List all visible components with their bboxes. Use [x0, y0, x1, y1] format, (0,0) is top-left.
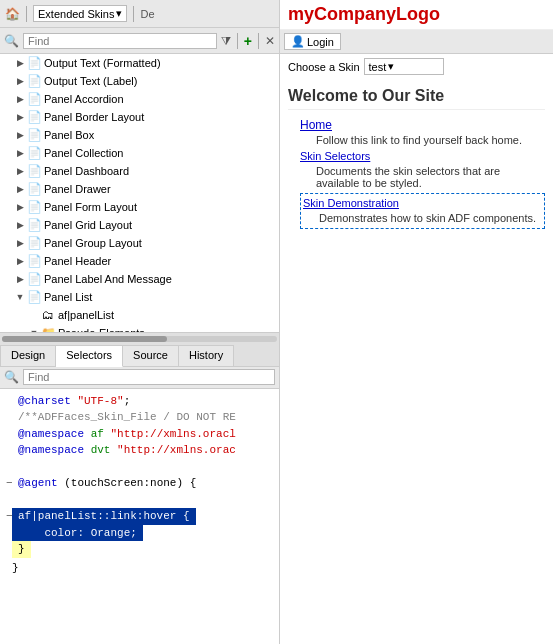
right-toolbar: 👤 Login	[280, 30, 553, 54]
nav-item-skin-selectors: Skin Selectors Documents the skin select…	[300, 149, 545, 189]
tree-item-panel-header[interactable]: ▶ 📄 Panel Header	[0, 252, 279, 270]
tree-item-output-text-formatted[interactable]: ▶ 📄 Output Text (Formatted)	[0, 54, 279, 72]
de-label: De	[140, 8, 154, 20]
code-search-bar: 🔍	[0, 367, 279, 389]
page-icon: 📄	[26, 73, 42, 89]
skin-label: Choose a Skin	[288, 61, 360, 73]
tree-item-panel-drawer[interactable]: ▶ 📄 Panel Drawer	[0, 180, 279, 198]
tree-label: Panel Drawer	[44, 183, 111, 195]
tree-label: Panel Dashboard	[44, 165, 129, 177]
tree-label: Panel Label And Message	[44, 273, 172, 285]
home-desc: Follow this link to find yourself back h…	[300, 134, 545, 146]
ns-val2: "http://xmlns.orac	[117, 442, 236, 459]
agent-param: (touchScreen:none) {	[64, 475, 196, 492]
right-panel: myCompanyLogo 👤 Login Choose a Skin test…	[280, 0, 553, 644]
charset-value: "UTF-8"	[77, 393, 123, 410]
final-brace: }	[12, 562, 19, 574]
skin-demo-link[interactable]: Skin Demonstration	[303, 197, 399, 209]
extended-skins-dropdown[interactable]: Extended Skins ▾	[33, 5, 127, 22]
code-line-close-bracket: }	[6, 541, 273, 558]
clear-button[interactable]: ✕	[265, 34, 275, 48]
sep4	[258, 33, 259, 49]
ns-name: af	[91, 426, 104, 443]
toggle-icon: ▶	[14, 147, 26, 159]
tab-design[interactable]: Design	[0, 345, 56, 366]
dropdown-arrow-icon: ▾	[388, 60, 394, 73]
page-icon: 📄	[26, 163, 42, 179]
right-header: myCompanyLogo	[280, 0, 553, 30]
code-line-empty1	[6, 459, 273, 476]
page-icon: 📄	[26, 199, 42, 215]
toggle-icon	[28, 309, 40, 321]
login-button[interactable]: 👤 Login	[284, 33, 341, 50]
tree-item-panel-box[interactable]: ▶ 📄 Panel Box	[0, 126, 279, 144]
tree-label: Output Text (Label)	[44, 75, 137, 87]
toggle-icon: ▶	[14, 111, 26, 123]
find-icon: 🔍	[4, 370, 19, 384]
sep3	[237, 33, 238, 49]
tree-item-panel-border-layout[interactable]: ▶ 📄 Panel Border Layout	[0, 108, 279, 126]
code-line-namespace-dvt: @namespace dvt "http://xmlns.orac	[6, 442, 273, 459]
tree-item-af-panellist[interactable]: 🗂 af|panelList	[0, 306, 279, 324]
tree-item-panel-form-layout[interactable]: ▶ 📄 Panel Form Layout	[0, 198, 279, 216]
tree-item-panel-accordion[interactable]: ▶ 📄 Panel Accordion	[0, 90, 279, 108]
tree-label: Panel Box	[44, 129, 94, 141]
skin-value: test	[369, 61, 387, 73]
separator2	[133, 6, 134, 22]
prop-value: Orange	[91, 527, 131, 539]
toggle-icon: ▶	[14, 183, 26, 195]
code-area: 🔍 @charset "UTF-8"; /**ADFFaces_Skin_Fil…	[0, 367, 279, 645]
toggle-icon: ▼	[14, 291, 26, 303]
tab-history[interactable]: History	[179, 345, 234, 366]
home-link[interactable]: Home	[300, 118, 332, 132]
tab-source[interactable]: Source	[123, 345, 179, 366]
skin-selectors-link[interactable]: Skin Selectors	[300, 150, 370, 162]
toggle-icon: ▶	[14, 273, 26, 285]
component-tree: ▶ 📄 Output Text (Formatted) ▶ 📄 Output T…	[0, 54, 279, 333]
search-bar: 🔍 ⧩ + ✕	[0, 28, 279, 54]
search-input[interactable]	[23, 33, 217, 49]
page-icon: 📄	[26, 235, 42, 251]
user-icon: 👤	[291, 35, 305, 48]
tree-item-output-text-label[interactable]: ▶ 📄 Output Text (Label)	[0, 72, 279, 90]
code-line-charset: @charset "UTF-8";	[6, 393, 273, 410]
home-icon[interactable]: 🏠	[4, 6, 20, 22]
tree-item-panel-grid-layout[interactable]: ▶ 📄 Panel Grid Layout	[0, 216, 279, 234]
code-line-namespace-af: @namespace af "http://xmlns.oracl	[6, 426, 273, 443]
tree-label: Panel List	[44, 291, 92, 303]
tree-label: Panel Group Layout	[44, 237, 142, 249]
tree-item-pseudo-elements[interactable]: ▼ 📁 Pseudo-Elements	[0, 324, 279, 333]
page-icon: 📄	[26, 145, 42, 161]
dashed-border-box: Skin Demonstration Demonstrates how to s…	[300, 193, 545, 229]
skin-dropdown[interactable]: test ▾	[364, 58, 444, 75]
component-icon: 🗂	[40, 307, 56, 323]
scrollbar-thumb[interactable]	[2, 336, 167, 342]
tree-item-panel-list[interactable]: ▼ 📄 Panel List	[0, 288, 279, 306]
horizontal-scrollbar[interactable]	[0, 333, 279, 345]
code-line-final-brace: }	[6, 558, 273, 579]
page-icon: 📄	[26, 217, 42, 233]
namespace-kw: @namespace	[18, 426, 84, 443]
comment-text: /**ADFFaces_Skin_File / DO NOT RE	[18, 409, 236, 426]
tree-item-panel-dashboard[interactable]: ▶ 📄 Panel Dashboard	[0, 162, 279, 180]
company-logo: myCompanyLogo	[288, 4, 545, 25]
code-line-empty2	[6, 492, 273, 509]
add-button[interactable]: +	[244, 33, 252, 49]
nav-item-home: Home Follow this link to find yourself b…	[300, 118, 545, 146]
code-search-input[interactable]	[23, 369, 275, 385]
toggle-icon: ▶	[14, 129, 26, 141]
login-label: Login	[307, 36, 334, 48]
charset-keyword: @charset	[18, 393, 71, 410]
tab-source-label: Source	[133, 349, 168, 361]
filter-icon[interactable]: ⧩	[221, 34, 231, 48]
scrollbar-track	[2, 336, 277, 342]
tree-item-panel-label-message[interactable]: ▶ 📄 Panel Label And Message	[0, 270, 279, 288]
tree-label: af|panelList	[58, 309, 114, 321]
tab-selectors[interactable]: Selectors	[56, 345, 123, 367]
code-content: @charset "UTF-8"; /**ADFFaces_Skin_File …	[0, 389, 279, 645]
separator1	[26, 6, 27, 22]
welcome-content: Welcome to Our Site Home Follow this lin…	[280, 79, 553, 644]
toggle-icon: ▶	[14, 237, 26, 249]
tree-item-panel-collection[interactable]: ▶ 📄 Panel Collection	[0, 144, 279, 162]
tree-item-panel-group-layout[interactable]: ▶ 📄 Panel Group Layout	[0, 234, 279, 252]
